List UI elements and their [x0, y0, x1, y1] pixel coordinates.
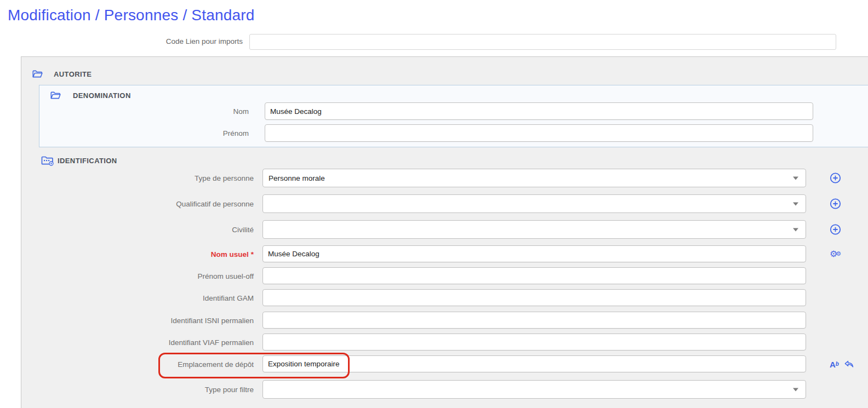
autorite-title: AUTORITE	[54, 70, 92, 78]
identification-header[interactable]: IDENTIFICATION	[41, 156, 117, 166]
autorite-header[interactable]: AUTORITE	[32, 70, 92, 78]
add-icon[interactable]	[830, 198, 841, 210]
chevron-down-icon	[793, 177, 798, 180]
add-icon[interactable]	[830, 224, 841, 235]
required-marker: *	[251, 250, 254, 258]
identifiant-gam-label: Identifiant GAM	[21, 294, 254, 302]
chevron-down-icon	[793, 228, 798, 232]
code-lien-label: Code Lien pour imports	[0, 37, 243, 45]
code-lien-input[interactable]	[249, 34, 836, 50]
identifiant-isni-input[interactable]	[262, 312, 806, 329]
prenom-usuel-input[interactable]	[262, 267, 806, 284]
field-row-identifiant-viaf: Identifiant VIAF permalien	[21, 334, 868, 350]
folder-badge-icon	[41, 156, 54, 166]
emplacement-depot-input[interactable]	[262, 355, 806, 372]
civilite-label: Civilité	[21, 226, 254, 234]
field-row-prenom: Prénom	[39, 124, 868, 142]
type-de-personne-label: Type de personne	[21, 174, 254, 182]
type-de-personne-select[interactable]: Personne morale	[262, 169, 806, 187]
denomination-header[interactable]: DENOMINATION	[50, 91, 131, 100]
identifiant-gam-input[interactable]	[262, 289, 806, 306]
prenom-usuel-label: Prénom usuel-off	[21, 272, 254, 280]
undo-reply-icon[interactable]	[844, 359, 854, 369]
chevron-down-icon	[793, 388, 798, 392]
type-pour-filtre-label: Type pour filtre	[21, 386, 254, 394]
identifiant-isni-label: Identifiant ISNI permalien	[21, 316, 254, 324]
field-row-qualificatif: Qualificatif de personne	[21, 194, 868, 213]
nom-label: Nom	[39, 107, 249, 116]
gears-icon[interactable]: ⚙⚙	[830, 250, 840, 258]
add-icon[interactable]	[830, 173, 841, 184]
field-row-nom: Nom	[39, 102, 868, 120]
nom-input[interactable]	[265, 102, 813, 120]
field-row-emplacement-depot: Emplacement de dépôt Ab	[21, 355, 868, 372]
field-row-prenom-usuel: Prénom usuel-off	[21, 267, 868, 284]
type-de-personne-value: Personne morale	[269, 174, 325, 182]
index-ab-icon[interactable]: Ab	[830, 360, 839, 368]
emplacement-depot-label: Emplacement de dépôt	[21, 360, 254, 368]
field-row-civilite: Civilité	[21, 220, 868, 239]
civilite-select[interactable]	[262, 220, 806, 239]
field-row-identifiant-gam: Identifiant GAM	[21, 289, 868, 306]
denomination-panel: DENOMINATION Nom Prénom	[39, 85, 868, 147]
page-title: Modification / Personnes / Standard	[8, 7, 255, 24]
nom-usuel-label: Nom usuel*	[21, 250, 254, 258]
qualificatif-label: Qualificatif de personne	[21, 200, 254, 208]
type-pour-filtre-select[interactable]	[262, 380, 806, 399]
field-row-type-pour-filtre: Type pour filtre	[21, 380, 868, 399]
prenom-label: Prénom	[39, 129, 249, 137]
folder-open-icon	[32, 70, 43, 78]
field-row-identifiant-isni: Identifiant ISNI permalien	[21, 312, 868, 329]
folder-open-icon	[50, 91, 61, 100]
qualificatif-select[interactable]	[262, 194, 806, 213]
nom-usuel-input[interactable]	[262, 245, 806, 262]
prenom-input[interactable]	[265, 124, 813, 142]
identification-title: IDENTIFICATION	[58, 157, 117, 165]
autorite-panel: AUTORITE DENOMINATION Nom Prénom	[21, 56, 868, 408]
field-row-nom-usuel: Nom usuel* ⚙⚙	[21, 245, 868, 262]
chevron-down-icon	[793, 203, 798, 206]
identifiant-viaf-input[interactable]	[262, 334, 806, 350]
identifiant-viaf-label: Identifiant VIAF permalien	[21, 338, 254, 346]
field-row-type-de-personne: Type de personne Personne morale	[21, 169, 868, 187]
denomination-title: DENOMINATION	[73, 91, 131, 100]
app-window: Modification / Personnes / Standard Code…	[0, 0, 868, 408]
